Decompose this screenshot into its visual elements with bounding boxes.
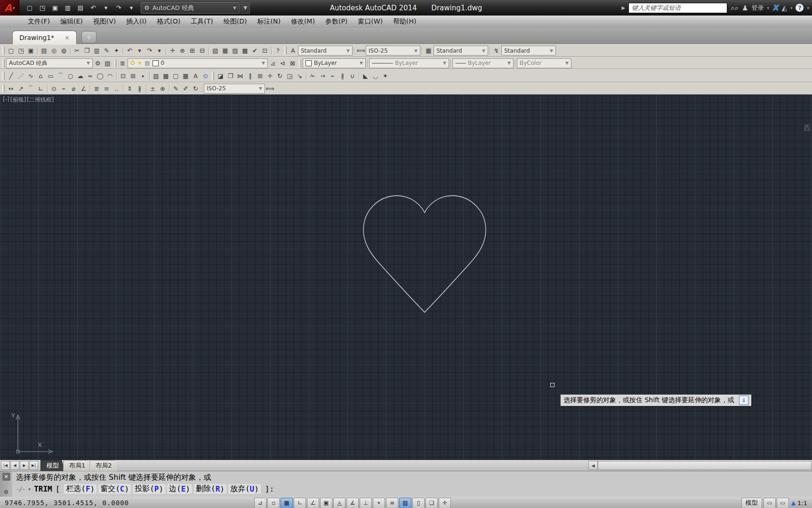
plot-style-combo[interactable]: ByColor ▼ bbox=[517, 58, 571, 68]
chamfer-button[interactable]: ◣ bbox=[361, 71, 370, 81]
radius-dimension-button[interactable]: ⊙ bbox=[49, 84, 59, 94]
paste-clip-button[interactable]: ▥ bbox=[92, 46, 102, 56]
continue-dimension-button[interactable]: ‥ bbox=[112, 84, 121, 94]
jogged-dimension-button[interactable]: ⌁ bbox=[59, 84, 69, 94]
help-drop-icon[interactable]: ▾ bbox=[807, 6, 809, 10]
search-input[interactable] bbox=[628, 3, 727, 13]
menu-modify[interactable]: 修改(M) bbox=[286, 16, 320, 27]
qat-customize-button[interactable]: ▼ bbox=[241, 2, 250, 14]
menu-dimension[interactable]: 标注(N) bbox=[252, 16, 286, 27]
menu-draw[interactable]: 绘图(D) bbox=[218, 16, 252, 27]
dimension-edit-button[interactable]: ✎ bbox=[171, 84, 181, 94]
redo-button[interactable]: ↷ bbox=[145, 46, 154, 56]
qsave-button[interactable]: ▣ bbox=[26, 46, 36, 56]
heart-outline[interactable] bbox=[363, 196, 486, 312]
status-snap-mode-toggle[interactable]: ▫ bbox=[267, 498, 280, 508]
insert-block-button[interactable]: ⊡ bbox=[118, 71, 128, 81]
menu-file[interactable]: 文件(F) bbox=[23, 16, 55, 27]
baseline-dimension-button[interactable]: ≡ bbox=[102, 84, 112, 94]
next-layout-button[interactable]: ▶ bbox=[20, 461, 29, 470]
mirror-button[interactable]: ⋈ bbox=[235, 71, 245, 81]
app-logo[interactable]: A▾ bbox=[0, 0, 19, 16]
rotate-button[interactable]: ↻ bbox=[275, 71, 285, 81]
open-button[interactable]: ◳ bbox=[16, 46, 26, 56]
make-block-button[interactable]: ⊞ bbox=[128, 71, 138, 81]
construction-line-button[interactable]: ⋰ bbox=[16, 71, 26, 81]
tolerance-button[interactable]: ± bbox=[148, 84, 158, 94]
prev-layout-button[interactable]: ◀ bbox=[10, 461, 19, 470]
qnew-button[interactable]: ▢ bbox=[24, 2, 35, 14]
command-close-icon[interactable]: ✕ bbox=[2, 473, 10, 481]
fillet-button[interactable]: ◡ bbox=[370, 71, 380, 81]
viewport-visual-style-control[interactable]: [二维线框] bbox=[26, 96, 54, 104]
dim-style-combo[interactable]: ISO-25▼ bbox=[366, 46, 420, 56]
match-properties-button[interactable]: ✎ bbox=[102, 46, 112, 56]
status-dynamic-ucs-toggle[interactable]: ⊥ bbox=[360, 498, 372, 508]
copy-button[interactable]: ❐ bbox=[225, 71, 235, 81]
a360-drop-icon[interactable]: ▾ bbox=[790, 6, 793, 10]
erase-button[interactable]: ◪ bbox=[216, 71, 225, 81]
break-at-point-button[interactable]: ⌁ bbox=[328, 71, 338, 81]
layer-previous-button[interactable]: ⊲ bbox=[278, 58, 288, 68]
status-quick-view-layouts-toggle[interactable]: ▭ bbox=[764, 498, 776, 508]
toolbar-grip[interactable] bbox=[2, 47, 5, 55]
last-layout-button[interactable]: ▶| bbox=[29, 461, 38, 470]
dimension-update-button[interactable]: ↻ bbox=[191, 84, 201, 94]
help-button[interactable]: ? bbox=[273, 46, 283, 56]
save-as-button[interactable]: ▥ bbox=[62, 2, 73, 14]
redo-drop-button[interactable]: ▾ bbox=[126, 2, 137, 14]
layer-combo[interactable]: ʘ ☀ ▤ 0 ▼ bbox=[128, 58, 268, 68]
status-object-snap-tracking-toggle[interactable]: ∡ bbox=[346, 498, 359, 508]
menu-parametric[interactable]: 参数(P) bbox=[320, 16, 353, 27]
mleader-style-button[interactable]: ↯ bbox=[491, 46, 501, 56]
plot-button[interactable]: ▤ bbox=[39, 46, 49, 56]
first-layout-button[interactable]: |◀ bbox=[1, 461, 10, 470]
qnew-button[interactable]: ▢ bbox=[6, 46, 16, 56]
dimension-break-button[interactable]: ∦ bbox=[135, 84, 145, 94]
file-tab-drawing1[interactable]: Drawing1* ✕ bbox=[12, 31, 77, 44]
undo-drop-button[interactable]: ▾ bbox=[100, 2, 112, 14]
block-editor-button[interactable]: ✦ bbox=[112, 46, 121, 56]
zoom-realtime-button[interactable]: ⊕ bbox=[177, 46, 187, 56]
menu-view[interactable]: 视图(V) bbox=[88, 16, 121, 27]
multiline-text-button[interactable]: A bbox=[191, 71, 201, 81]
status-ortho-mode-toggle[interactable]: ∟ bbox=[294, 498, 306, 508]
toolbar-grip[interactable] bbox=[212, 72, 214, 80]
cmd-option-P[interactable]: 投影(P) bbox=[133, 484, 165, 494]
markup-set-manager-button[interactable]: ✔ bbox=[250, 46, 260, 56]
tooltip-options-button[interactable]: ⇓ bbox=[739, 396, 748, 405]
layout-tab-layout1[interactable]: 布局1 bbox=[63, 460, 91, 471]
text-style-button[interactable]: A bbox=[288, 46, 298, 56]
scale-button[interactable]: ◲ bbox=[285, 71, 295, 81]
help-icon[interactable]: ? bbox=[796, 4, 804, 12]
copy-clip-button[interactable]: ❐ bbox=[82, 46, 92, 56]
status-show-lineweight-toggle[interactable]: ≡ bbox=[386, 498, 398, 508]
status-3d-object-snap-toggle[interactable]: ◬ bbox=[333, 498, 346, 508]
mleader-style-combo[interactable]: Standard▼ bbox=[501, 46, 556, 56]
cmd-option-R[interactable]: 删除(R) bbox=[194, 484, 226, 494]
plot-preview-button[interactable]: ◎ bbox=[49, 46, 59, 56]
layout-tab-layout2[interactable]: 布局2 bbox=[89, 460, 118, 471]
redo-button[interactable]: ↷ bbox=[113, 2, 124, 14]
region-button[interactable]: ▢ bbox=[171, 71, 181, 81]
cmd-option-F[interactable]: 栏选(F) bbox=[64, 484, 96, 494]
file-tab-close-icon[interactable]: ✕ bbox=[64, 34, 70, 41]
menu-insert[interactable]: 插入(I) bbox=[121, 16, 152, 27]
lineweight-combo[interactable]: —— ByLayer ▼ bbox=[452, 58, 514, 68]
designcenter-button[interactable]: ▦ bbox=[220, 46, 230, 56]
dimension-text-edit-button[interactable]: ✐ bbox=[181, 84, 191, 94]
status-infer-constraints-toggle[interactable]: ⊿ bbox=[254, 498, 266, 508]
viewport-menu-control[interactable]: [-] bbox=[2, 96, 10, 104]
open-button[interactable]: ◳ bbox=[37, 2, 48, 14]
linetype-combo[interactable]: ———— ByLayer ▼ bbox=[369, 58, 449, 68]
hscroll-thumb[interactable] bbox=[598, 461, 812, 470]
plot-button[interactable]: ▤ bbox=[75, 2, 86, 14]
coordinates-readout[interactable]: 9746.7955, 3501.4515, 0.0000 bbox=[3, 499, 254, 507]
array-button[interactable]: ⊞ bbox=[255, 71, 265, 81]
status-quick-properties-toggle[interactable]: ▯ bbox=[412, 498, 425, 508]
status-quick-view-drawings-toggle[interactable]: ▭ bbox=[777, 498, 789, 508]
gradient-button[interactable]: ▩ bbox=[161, 71, 171, 81]
workspace-combo[interactable]: ⚙ AutoCAD 经典 ▼ bbox=[141, 2, 240, 14]
pan-realtime-button[interactable]: ✛ bbox=[168, 46, 177, 56]
properties-palette-button[interactable]: ▧ bbox=[210, 46, 220, 56]
